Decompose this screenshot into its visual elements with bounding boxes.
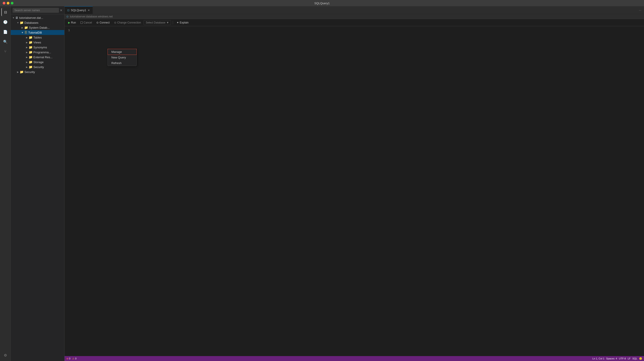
security-server-folder-icon: 📁 bbox=[20, 70, 24, 74]
system-db-chevron-icon: ▶ bbox=[20, 26, 24, 29]
traffic-lights bbox=[3, 2, 14, 4]
system-db-folder-icon: 📁 bbox=[24, 26, 28, 29]
system-db-label: System Datab... bbox=[29, 26, 50, 29]
tutorial-db-chevron-icon: ▼ bbox=[20, 31, 24, 34]
main-content: ⊡ SQLQuery1 ✕ ··· ⊙ tutorialserver.datab… bbox=[64, 6, 644, 361]
line-number-1: 1 bbox=[64, 29, 74, 32]
programmability-folder-icon: 📁 bbox=[29, 50, 32, 54]
server-label: tutorialserver.dat... bbox=[19, 16, 43, 19]
security-db-folder-icon: 📁 bbox=[29, 65, 32, 69]
new-file-icon[interactable]: 📄 bbox=[1, 28, 10, 36]
history-icon[interactable]: 🕑 bbox=[1, 18, 10, 26]
tab-close-icon[interactable]: ✕ bbox=[88, 9, 90, 12]
context-menu-new-query[interactable]: New Query bbox=[108, 55, 136, 60]
security-db-chevron-icon: ▶ bbox=[25, 65, 29, 69]
views-item[interactable]: ▶ 📁 Views bbox=[11, 40, 64, 45]
search-icon[interactable]: 🔍 bbox=[1, 38, 10, 46]
minimize-button[interactable] bbox=[7, 2, 10, 4]
warning-status[interactable]: ⚠ 0 bbox=[72, 357, 76, 360]
connection-icon: ⊙ bbox=[66, 15, 68, 18]
language-label: SQL bbox=[632, 357, 637, 360]
sql-query-tab[interactable]: ⊡ SQLQuery1 ✕ bbox=[64, 6, 93, 14]
explain-button[interactable]: ✦ Explain bbox=[175, 20, 190, 25]
warning-icon: ⚠ bbox=[72, 357, 74, 360]
change-connection-button[interactable]: ⊙ Change Connection bbox=[112, 20, 143, 25]
select-database-dropdown[interactable]: Select Database ▼ bbox=[144, 20, 171, 25]
security-db-label: Security bbox=[34, 65, 44, 69]
close-button[interactable] bbox=[3, 2, 6, 4]
ln-col-label: Ln 1, Col 1 bbox=[592, 357, 604, 360]
server-item[interactable]: ▼ 🖥 tutorialserver.dat... bbox=[11, 15, 64, 20]
servers-icon[interactable]: ⊟ bbox=[1, 8, 10, 16]
connect-button[interactable]: ⊙ Connect bbox=[94, 20, 111, 25]
storage-chevron-icon: ▶ bbox=[25, 60, 29, 64]
explain-label: Explain bbox=[180, 21, 188, 24]
encoding-status: UTF-8 bbox=[619, 357, 626, 360]
security-server-item[interactable]: ▶ 📁 Security bbox=[11, 69, 64, 74]
external-resources-folder-icon: 📁 bbox=[29, 55, 32, 59]
sidebar: ✕ ▼ 🖥 tutorialserver.dat... ▼ 📁 Database… bbox=[11, 6, 64, 361]
sidebar-header: ✕ bbox=[11, 6, 64, 14]
cancel-square-icon bbox=[80, 21, 83, 24]
run-button[interactable]: ▶ Run bbox=[66, 20, 78, 25]
context-menu-refresh[interactable]: Refresh bbox=[108, 60, 136, 66]
sidebar-tree: ▼ 🖥 tutorialserver.dat... ▼ 📁 Databases … bbox=[11, 14, 64, 361]
git-icon[interactable]: ⑂ bbox=[1, 47, 10, 55]
context-menu-manage[interactable]: Manage bbox=[108, 49, 136, 55]
error-icon: ⊗ bbox=[66, 357, 68, 360]
storage-item[interactable]: ▶ 📁 Storage bbox=[11, 59, 64, 64]
spaces-status: Spaces: 4 bbox=[606, 357, 617, 360]
synonyms-folder-icon: 📁 bbox=[29, 45, 32, 49]
programmability-item[interactable]: ▶ 📁 Programma... bbox=[11, 50, 64, 55]
close-search-icon[interactable]: ✕ bbox=[60, 8, 62, 12]
views-chevron-icon: ▶ bbox=[25, 40, 29, 44]
cancel-button[interactable]: Cancel bbox=[79, 20, 94, 25]
settings-icon[interactable]: ⚙ bbox=[1, 351, 10, 359]
more-tabs-icon: ··· bbox=[639, 8, 641, 12]
warning-count: 0 bbox=[75, 357, 76, 360]
more-tabs-button[interactable]: ··· bbox=[636, 6, 644, 14]
context-menu: Manage New Query Refresh bbox=[108, 49, 137, 66]
databases-chevron-icon: ▼ bbox=[16, 21, 20, 24]
error-status[interactable]: ⊗ 0 bbox=[66, 357, 70, 360]
editor-line-1: 1 bbox=[64, 28, 644, 32]
maximize-button[interactable] bbox=[11, 2, 14, 4]
system-db-item[interactable]: ▶ 📁 System Datab... bbox=[11, 25, 64, 30]
views-label: Views bbox=[34, 41, 41, 44]
synonyms-item[interactable]: ▶ 📁 Synonyms bbox=[11, 45, 64, 50]
connect-label: Connect bbox=[100, 21, 110, 24]
tutorial-db-icon: 🗄 bbox=[24, 31, 27, 34]
server-chevron-icon: ▼ bbox=[12, 16, 15, 19]
connect-icon: ⊙ bbox=[96, 21, 98, 24]
explain-icon: ✦ bbox=[176, 21, 179, 24]
run-label: Run bbox=[71, 21, 76, 24]
search-input[interactable] bbox=[12, 8, 59, 13]
security-server-label: Security bbox=[24, 70, 35, 74]
tables-folder-icon: 📁 bbox=[29, 36, 32, 39]
smiley-icon: 😊 bbox=[639, 357, 642, 360]
security-server-chevron-icon: ▶ bbox=[16, 70, 20, 74]
language-status: SQL bbox=[632, 357, 637, 360]
tutorial-db-item[interactable]: ▼ 🗄 TutorialDB bbox=[11, 30, 64, 35]
views-folder-icon: 📁 bbox=[29, 40, 32, 44]
external-resources-chevron-icon: ▶ bbox=[25, 55, 29, 59]
external-resources-item[interactable]: ▶ 📁 External Res... bbox=[11, 55, 64, 59]
storage-label: Storage bbox=[34, 60, 44, 64]
cancel-label: Cancel bbox=[84, 21, 92, 24]
tables-label: Tables bbox=[34, 36, 42, 39]
encoding-label: UTF-8 bbox=[619, 357, 626, 360]
change-connection-label: Change Connection bbox=[117, 21, 141, 24]
databases-folder-icon: 📁 bbox=[20, 21, 24, 24]
databases-item[interactable]: ▼ 📁 Databases bbox=[11, 20, 64, 25]
tables-chevron-icon: ▶ bbox=[25, 36, 29, 39]
line-ending-status: LF bbox=[628, 357, 630, 360]
programmability-chevron-icon: ▶ bbox=[25, 50, 29, 54]
spaces-label: Spaces: 4 bbox=[606, 357, 617, 360]
editor-area[interactable]: 1 bbox=[64, 26, 644, 356]
synonyms-label: Synonyms bbox=[34, 46, 47, 49]
connection-server-label: tutorialserver.database.windows.net bbox=[70, 15, 113, 18]
change-connection-icon: ⊙ bbox=[114, 21, 116, 24]
activity-bar: ⊟ 🕑 📄 🔍 ⑂ ⚙ bbox=[0, 6, 11, 361]
security-db-item[interactable]: ▶ 📁 Security bbox=[11, 64, 64, 69]
tables-item[interactable]: ▶ 📁 Tables bbox=[11, 35, 64, 40]
